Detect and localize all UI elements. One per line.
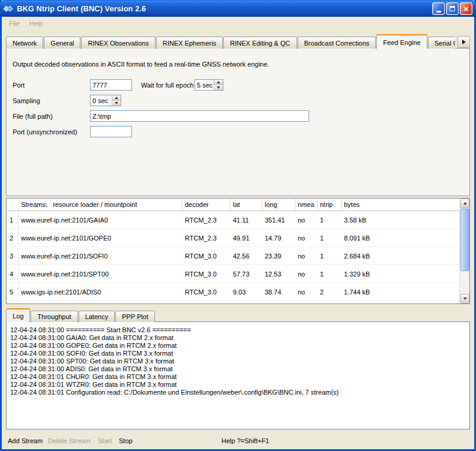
cell-long: 12.53 [262, 265, 295, 283]
cell-bytes: 1.744 kB [342, 283, 459, 301]
tab-log[interactable]: Log [6, 308, 30, 322]
tab-feed-engine[interactable]: Feed Engine [376, 34, 427, 49]
row-number: 5 [7, 283, 19, 301]
cell-ntrip: 1 [318, 229, 342, 247]
table-scrollbar[interactable] [459, 199, 469, 303]
titlebar[interactable]: BKG Ntrip Client (BNC) Version 2.6 × [0, 0, 476, 17]
tab-rinex-ephemeris[interactable]: RINEX Ephemeris [156, 37, 223, 49]
sampling-spinbox[interactable]: 0 sec [90, 95, 121, 106]
tab-throughput[interactable]: Throughput [31, 311, 77, 322]
row-number: 2 [7, 229, 19, 247]
close-button[interactable]: × [460, 2, 472, 15]
spin-down-button[interactable] [214, 85, 223, 90]
row-number: 3 [7, 247, 19, 265]
streams-table-header[interactable]: Streams: resource loader / mountpoint de… [7, 199, 459, 211]
cell-decoder: RTCM_3.0 [182, 247, 230, 265]
cell-mountpoint: www.euref-ip.net:2101/GAIA0 [19, 211, 182, 229]
cell-nmea: no [295, 211, 318, 229]
arrow-up-icon [463, 202, 467, 205]
maximize-button[interactable] [446, 2, 459, 15]
header-lat[interactable]: lat [230, 199, 262, 211]
cell-bytes: 2.684 kB [342, 247, 459, 265]
table-row[interactable]: 3 www.euref-ip.net:2101/SOFI0 RTCM_3.0 4… [7, 247, 459, 265]
tab-latency[interactable]: Latency [79, 311, 115, 322]
header-mountpoint[interactable]: Streams: resource loader / mountpoint [19, 199, 182, 211]
header-bytes[interactable]: bytes [342, 199, 459, 211]
scrollbar-thumb[interactable] [460, 209, 469, 271]
header-ntrip[interactable]: ntrip [318, 199, 342, 211]
stop-button[interactable]: Stop [119, 437, 133, 444]
tab-serial-output[interactable]: Serial Ou [428, 37, 455, 49]
spin-down-icon [217, 86, 220, 89]
minimize-button[interactable] [432, 2, 445, 15]
wait-epoch-value: 5 sec [195, 80, 214, 90]
menu-help[interactable]: Help [25, 18, 48, 29]
close-icon: × [463, 4, 469, 13]
cell-nmea: no [295, 265, 318, 283]
port-input[interactable] [90, 79, 132, 91]
tab-general[interactable]: General [44, 37, 80, 49]
scroll-up-button[interactable] [460, 199, 469, 208]
cell-lat: 41.11 [230, 211, 262, 229]
spin-up-icon [115, 97, 118, 99]
header-nmea[interactable]: nmea [295, 199, 318, 211]
add-stream-button[interactable]: Add Stream [8, 437, 43, 444]
row-number: 4 [7, 265, 19, 283]
port-unsync-input[interactable] [90, 126, 132, 137]
tab-rinex-editing-qc[interactable]: RINEX Editing & QC [223, 37, 297, 49]
cell-decoder: RTCM_2.3 [182, 211, 230, 229]
main-tabbar: Network General RINEX Observations RINEX… [6, 34, 455, 49]
cell-bytes: 8.091 kB [342, 229, 459, 247]
port-label: Port [13, 82, 25, 89]
help-hint: Help ?=Shift+F1 [221, 437, 270, 444]
start-button[interactable]: Start [98, 437, 112, 444]
table-row[interactable]: 5 www.igs-ip.net:2101/ADIS0 RTCM_3.0 9.0… [7, 283, 459, 301]
cell-lat: 42.56 [230, 247, 262, 265]
tab-network[interactable]: Network [6, 37, 43, 49]
spin-up-button[interactable] [112, 95, 121, 101]
wait-epoch-spinbox[interactable]: 5 sec [194, 79, 223, 91]
maximize-icon [450, 6, 455, 11]
header-long[interactable]: long [262, 199, 295, 211]
spin-buttons [214, 80, 223, 90]
tab-ppp-plot[interactable]: PPP Plot [115, 311, 155, 322]
spin-down-button[interactable] [112, 101, 121, 106]
log-view[interactable]: 12-04-24 08:31:00 ========== Start BNC v… [6, 321, 470, 429]
cell-long: 351.41 [262, 211, 295, 229]
log-line: 12-04-24 08:31:01 Configuration read: C:… [10, 389, 466, 396]
file-path-label: File (full path) [13, 113, 53, 120]
port-unsync-label: Port (unsynchronized) [13, 128, 77, 136]
file-path-input[interactable] [90, 110, 309, 122]
cell-nmea: no [295, 229, 318, 247]
cell-long: 38.74 [262, 283, 295, 301]
cell-decoder: RTCM_3.0 [182, 283, 230, 301]
header-decoder[interactable]: decoder [182, 199, 230, 211]
cell-ntrip: 1 [318, 265, 342, 283]
scroll-down-button[interactable] [460, 294, 469, 303]
cell-ntrip: 1 [318, 211, 342, 229]
arrow-down-icon [463, 297, 467, 300]
spin-up-icon [217, 81, 220, 83]
footer-toolbar: Add Stream Delete Stream Start Stop Help… [2, 437, 474, 448]
menu-file[interactable]: File [4, 18, 25, 29]
table-row[interactable]: 4 www.euref-ip.net:2101/SPT00 RTCM_3.0 5… [7, 265, 459, 283]
delete-stream-button[interactable]: Delete Stream [48, 437, 90, 444]
cell-mountpoint: www.euref-ip.net:2101/SOFI0 [19, 247, 182, 265]
tab-broadcast-corrections[interactable]: Broadcast Corrections [298, 37, 376, 49]
cell-lat: 49.91 [230, 229, 262, 247]
log-line: 12-04-24 08:31:00 SOFI0: Get data in RTC… [10, 350, 466, 357]
tab-rinex-observations[interactable]: RINEX Observations [81, 37, 155, 49]
cell-mountpoint: www.igs-ip.net:2101/ADIS0 [19, 283, 182, 301]
table-row[interactable]: 2 www.euref-ip.net:2101/GOPE0 RTCM_2.3 4… [7, 229, 459, 247]
cell-nmea: no [295, 247, 318, 265]
cell-ntrip: 2 [318, 283, 342, 301]
cell-mountpoint: www.euref-ip.net:2101/GOPE0 [19, 229, 182, 247]
bottom-tabbar: Log Throughput Latency PPP Plot [6, 308, 155, 322]
tab-scroll-right-button[interactable] [457, 36, 470, 48]
wait-epoch-label: Wait for full epoch [141, 82, 194, 89]
menubar: File Help [2, 17, 474, 30]
spin-up-button[interactable] [214, 80, 223, 85]
cell-lat: 9.03 [230, 283, 262, 301]
table-row[interactable]: 1 www.euref-ip.net:2101/GAIA0 RTCM_2.3 4… [7, 211, 459, 229]
cell-bytes: 1.329 kB [342, 265, 459, 283]
